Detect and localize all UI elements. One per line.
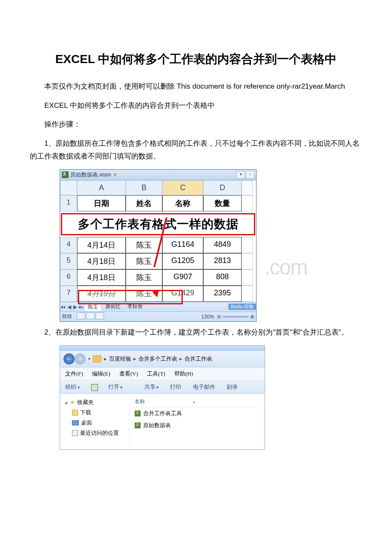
- sheet-tab[interactable]: 陈玉: [84, 303, 102, 311]
- cell[interactable]: 808: [203, 269, 242, 286]
- excel-file-icon: [62, 171, 69, 178]
- nav-item-label: 最近访问的位置: [80, 429, 119, 437]
- nav-history-dropdown-icon[interactable]: ▾: [88, 356, 90, 361]
- breadcrumb-item[interactable]: 百度经验: [108, 355, 133, 363]
- recent-places-icon: [72, 430, 78, 436]
- workbook-tab-name[interactable]: 原始数据表.xlsm: [70, 171, 111, 179]
- worksheet: A B C D 1 日期 姓名 名称 数量 多个工作表有格式一样的数据 4 4月…: [60, 180, 256, 302]
- nav-item-label: 桌面: [81, 419, 92, 427]
- download-folder-icon: [72, 410, 78, 416]
- sheet-tab[interactable]: 李秋香: [124, 303, 146, 310]
- step-1: 1、原始数据所在工作簿包含多个格式相同的工作表，只不过每个工作表内容不同，比如说…: [30, 137, 362, 163]
- nav-recent[interactable]: 最近访问的位置: [63, 428, 127, 438]
- titlebar-dropdown-icon[interactable]: ▾: [236, 171, 245, 179]
- nav-desktop[interactable]: 桌面: [63, 418, 127, 428]
- cell-extra: [242, 269, 253, 286]
- burn-button[interactable]: 刻录: [227, 384, 238, 390]
- sheet-tab-bar: ⏮ ◀ ▶ ⏭ 陈玉 康佑红 李秋香 Baidu 经验: [60, 302, 256, 312]
- zoom-slider[interactable]: [223, 316, 248, 318]
- row-header[interactable]: 7: [60, 286, 77, 302]
- favorites-group[interactable]: ◢ ★ 收藏夹: [63, 397, 127, 408]
- watermark-text: .com: [265, 255, 307, 280]
- row-header-1[interactable]: 1: [60, 195, 77, 211]
- select-all-corner[interactable]: [60, 180, 77, 195]
- crumb-sep-icon: ▸: [179, 356, 183, 362]
- breadcrumb-item[interactable]: 合并工作表: [183, 355, 213, 363]
- titlebar-chevron-icon[interactable]: ›: [246, 171, 254, 179]
- view-buttons[interactable]: [76, 312, 104, 321]
- cell-extra: [242, 195, 253, 211]
- excel-titlebar: 原始数据表.xlsm × ▾ ›: [60, 170, 256, 180]
- sort-indicator-icon: ▴: [193, 400, 195, 404]
- nav-item-label: 下载: [80, 409, 91, 416]
- toolbar: 组织 打开 共享 打印 电子邮件 刻录: [60, 381, 265, 394]
- file-item[interactable]: 合并工作表工具: [134, 408, 260, 419]
- desktop-icon: [72, 420, 79, 425]
- menu-view[interactable]: 查看(V): [119, 370, 138, 377]
- menu-edit[interactable]: 编辑(E): [92, 370, 110, 377]
- excel-file-icon: [135, 422, 141, 428]
- cell[interactable]: 2395: [203, 286, 242, 302]
- row-header[interactable]: 5: [60, 253, 77, 269]
- share-button[interactable]: 共享: [144, 384, 159, 390]
- watermark-badge: Baidu 经验: [228, 304, 256, 310]
- cell[interactable]: G1205: [162, 253, 203, 269]
- cell[interactable]: 4月14日: [77, 237, 126, 253]
- cell[interactable]: G1429: [162, 286, 203, 302]
- column-header-label: 名称: [135, 399, 145, 405]
- cell[interactable]: 陈玉: [126, 269, 162, 286]
- menu-tools[interactable]: 工具(T): [147, 370, 165, 377]
- breadcrumb-item[interactable]: 合并多个工作表: [137, 355, 179, 363]
- sheet-tab[interactable]: 康佑红: [102, 303, 124, 310]
- banner-text: 多个工作表有格式一样的数据: [62, 214, 254, 234]
- cell-extra: [242, 253, 253, 269]
- column-header-name[interactable]: 名称 ▴: [134, 396, 260, 408]
- step-2: 2、在原始数据同目录下新建一个工作簿，建立两个工作表，名称分别为"首页"和"合并…: [30, 326, 362, 339]
- folder-icon: [93, 356, 101, 362]
- explorer-screenshot: ← → ▾ ▸ 百度经验 ▸ 合并多个工作表 ▸ 合并工作表 文件(F) 编辑(…: [60, 345, 265, 450]
- cell[interactable]: G907: [162, 269, 203, 286]
- cell[interactable]: G1164: [162, 237, 203, 253]
- header-qty[interactable]: 数量: [203, 195, 242, 211]
- header-name[interactable]: 姓名: [126, 195, 162, 211]
- col-header-extra: [242, 180, 253, 195]
- file-item[interactable]: 原始数据表: [134, 419, 260, 431]
- nav-back-icon[interactable]: ←: [63, 353, 75, 364]
- organize-button[interactable]: 组织: [65, 384, 80, 390]
- row-header[interactable]: 4: [60, 237, 77, 253]
- nav-downloads[interactable]: 下载: [63, 408, 127, 418]
- row-header[interactable]: 6: [60, 269, 77, 286]
- last-sheet-icon[interactable]: ⏭: [78, 304, 84, 310]
- col-header-d[interactable]: D: [203, 180, 242, 195]
- file-name: 合并工作表工具: [143, 410, 182, 417]
- disclaimer: 本页仅作为文档页封面，使用时可以删除 This document is for …: [30, 80, 362, 93]
- col-header-a[interactable]: A: [77, 180, 126, 195]
- cell[interactable]: 4849: [203, 237, 242, 253]
- tree-collapse-icon[interactable]: ◢: [64, 400, 68, 405]
- nav-forward-icon[interactable]: →: [75, 353, 86, 364]
- email-button[interactable]: 电子邮件: [193, 384, 215, 390]
- col-header-c[interactable]: C: [162, 180, 203, 195]
- menu-file[interactable]: 文件(F): [65, 370, 83, 377]
- next-sheet-icon[interactable]: ▶: [72, 304, 78, 310]
- cell[interactable]: 陈玉: [126, 237, 162, 253]
- cell[interactable]: 4月18日: [77, 269, 126, 286]
- print-button[interactable]: 打印: [170, 384, 181, 390]
- zoom-out-icon[interactable]: ⊖: [217, 314, 221, 320]
- header-date[interactable]: 日期: [77, 195, 126, 211]
- first-sheet-icon[interactable]: ⏮: [60, 304, 66, 310]
- open-button[interactable]: 打开: [91, 384, 133, 390]
- cell[interactable]: 4月19日: [77, 286, 126, 302]
- excel-screenshot: 原始数据表.xlsm × ▾ › A B C D 1 日期 姓名 名称 数量: [60, 169, 257, 322]
- cell-extra: [242, 237, 253, 253]
- prev-sheet-icon[interactable]: ◀: [66, 304, 72, 310]
- menu-help[interactable]: 帮助(H): [174, 370, 193, 377]
- zoom-in-icon[interactable]: ⊕: [250, 314, 254, 320]
- cell[interactable]: 2813: [203, 253, 242, 269]
- header-title[interactable]: 名称: [162, 195, 203, 211]
- col-header-b[interactable]: B: [126, 180, 162, 195]
- close-tab-icon[interactable]: ×: [113, 171, 117, 178]
- cell[interactable]: 4月18日: [77, 253, 126, 269]
- intro-line-1: EXCEL 中如何将多个工作表的内容合并到一个表格中: [30, 99, 362, 113]
- zoom-level[interactable]: 130%: [201, 314, 214, 320]
